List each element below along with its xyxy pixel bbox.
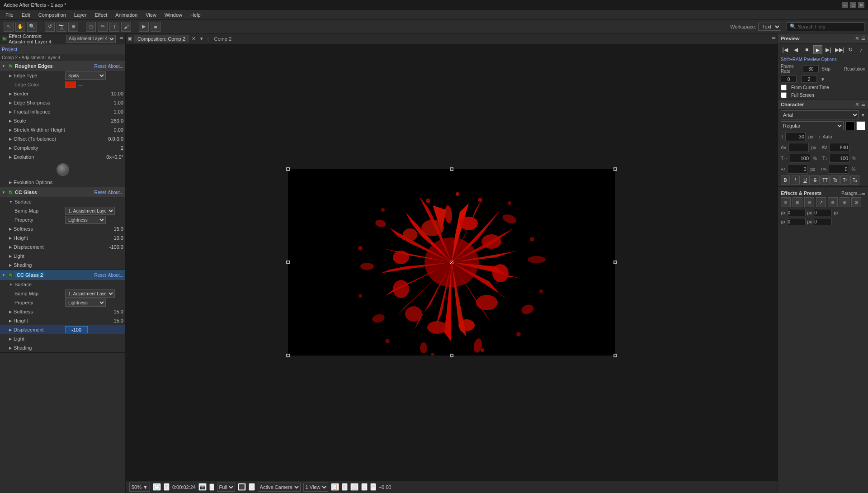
char-size-input[interactable]	[785, 132, 806, 141]
char-scale-v-input[interactable]	[829, 154, 849, 163]
comp-panel-menu[interactable]: ☰	[772, 36, 776, 41]
ram-preview-options-btn[interactable]: Shift+RAM Preview Options	[781, 57, 837, 62]
stretch-value[interactable]: 0.00	[114, 127, 123, 133]
evolution-value[interactable]: 0x+0.0°	[106, 154, 123, 160]
comp-view-select[interactable]: 1 View	[303, 483, 328, 492]
complexity-value[interactable]: 2	[121, 145, 123, 151]
char-fill-swatch[interactable]	[845, 121, 854, 130]
char-underline-btn[interactable]: U	[801, 175, 810, 185]
cc-glass-2-softness-value[interactable]: 15.0	[114, 309, 123, 314]
comp-breadcrumb[interactable]: Comp 2	[212, 35, 234, 43]
comp-snap-btn[interactable]: ⊞	[164, 483, 170, 491]
menu-effect[interactable]: Effect	[91, 11, 111, 19]
cc-glass-2-light-toggle[interactable]: ▶	[9, 337, 12, 341]
evolution-opts-toggle[interactable]: ▶	[9, 180, 12, 185]
ep-label[interactable]: Paragra...	[841, 191, 861, 196]
prev-audio-btn[interactable]: ♪	[857, 45, 866, 54]
ep-input-4[interactable]	[814, 218, 832, 225]
handle-bl[interactable]	[286, 354, 290, 357]
char-stroke-swatch[interactable]	[856, 121, 865, 130]
cc-glass-softness-value[interactable]: 15.0	[114, 226, 123, 232]
cc-glass-bump-select[interactable]: 1. Adjustment Layer 4	[65, 207, 115, 215]
prev-next-btn[interactable]: ▶|	[824, 45, 833, 54]
ep-icon-1[interactable]: ≡	[781, 197, 791, 207]
ep-input-3[interactable]	[788, 218, 806, 225]
handle-br[interactable]	[613, 354, 617, 357]
pan-tool[interactable]: ⊕	[68, 22, 78, 32]
char-bold-btn[interactable]: B	[781, 175, 790, 185]
handle-bm[interactable]	[450, 354, 453, 357]
cc-glass-2-disp-toggle[interactable]: ▶	[9, 328, 12, 332]
cc-glass-2-reset-btn[interactable]: Reset	[94, 273, 106, 278]
composition-viewport[interactable]	[126, 44, 778, 480]
rect-tool[interactable]: □	[86, 22, 96, 32]
cc-glass-prop-select[interactable]: Lightness	[65, 216, 106, 224]
stop-btn[interactable]: ■	[151, 22, 160, 32]
ec-tab-project[interactable]: Project	[2, 47, 17, 52]
cc-glass-height-value[interactable]: 10.0	[114, 235, 123, 241]
border-value[interactable]: 10.00	[111, 91, 123, 96]
evolution-dial[interactable]	[57, 163, 69, 176]
edge-type-toggle[interactable]: ▶	[9, 74, 12, 78]
ep-icon-2[interactable]: ⊞	[793, 197, 802, 207]
char-strikethrough-btn[interactable]: S	[811, 175, 820, 185]
cc-glass-2-toggle[interactable]: ▼	[2, 273, 5, 277]
cc-glass-disp-value[interactable]: -100.0	[109, 244, 123, 250]
preview-close-btn[interactable]: ✕	[855, 35, 859, 42]
cc-glass-2-height-toggle[interactable]: ▶	[9, 319, 12, 323]
roughen-edges-toggle[interactable]: ▼	[2, 64, 5, 68]
ep-icon-5[interactable]: ⊕	[828, 197, 838, 207]
edge-sharpness-value[interactable]: 1.00	[114, 100, 123, 105]
comp-tab-menu[interactable]: ▼	[199, 36, 204, 41]
cc-glass-2-bump-select[interactable]: 1. Adjustment Layer 4	[65, 289, 115, 298]
select-tool[interactable]: ↖	[4, 22, 14, 32]
rotate-tool[interactable]: ↺	[45, 22, 55, 32]
roughen-about-btn[interactable]: About...	[108, 64, 123, 69]
char-sub-btn[interactable]: T₂	[850, 175, 859, 185]
cc-glass-2-about-btn[interactable]: About...	[108, 273, 123, 278]
comp-safe-btn[interactable]: ⬜	[350, 483, 359, 491]
character-menu-btn[interactable]: ☰	[861, 102, 865, 107]
cc-glass-shading-toggle[interactable]: ▶	[9, 263, 12, 267]
comp-quality-select[interactable]: Full	[217, 483, 235, 492]
char-scale-h-input[interactable]	[790, 154, 810, 163]
comp-render-btn[interactable]: ⬛	[238, 483, 246, 491]
handle-tr[interactable]	[613, 167, 617, 171]
char-smallcaps-btn[interactable]: Ts	[830, 175, 840, 185]
menu-window[interactable]: Window	[161, 11, 186, 19]
cc-glass-height-toggle[interactable]: ▶	[9, 236, 12, 240]
cc-glass-reset-btn[interactable]: Reset	[94, 190, 106, 195]
menu-animation[interactable]: Animation	[112, 11, 141, 19]
brush-tool[interactable]: 🖌	[121, 22, 131, 32]
offset-toggle[interactable]: ▶	[9, 137, 12, 141]
prev-loop-btn[interactable]: ↻	[846, 45, 855, 54]
handle-tm[interactable]	[450, 167, 453, 171]
char-super-btn[interactable]: T²	[840, 175, 849, 185]
effect-layer-select[interactable]: Adjustment Layer 4	[66, 35, 116, 43]
cam-tool[interactable]: 📷	[57, 22, 66, 32]
comp-tab[interactable]: Composition: Comp 2	[134, 35, 189, 43]
cc-glass-2-height-value[interactable]: 15.0	[114, 318, 123, 323]
ep-menu-btn[interactable]: ☰	[861, 191, 865, 196]
comp-camera-select[interactable]: Active Camera	[258, 483, 301, 492]
comp-3d-btn[interactable]: ⬡	[249, 483, 255, 491]
cc-glass-about-btn[interactable]: About...	[108, 190, 123, 195]
char-caps-btn[interactable]: TT	[821, 175, 830, 185]
prev-play-btn[interactable]: ▶	[813, 45, 822, 54]
maximize-btn[interactable]: □	[850, 2, 856, 8]
character-close-btn[interactable]: ✕	[855, 101, 859, 108]
ep-icon-3[interactable]: ⊟	[804, 197, 814, 207]
char-baseline-input[interactable]	[788, 165, 808, 174]
handle-tl[interactable]	[286, 167, 290, 171]
menu-edit[interactable]: Edit	[18, 11, 34, 19]
scale-toggle[interactable]: ▶	[9, 119, 12, 123]
prev-back-btn[interactable]: ◀	[792, 45, 801, 54]
menu-layer[interactable]: Layer	[71, 11, 90, 19]
preview-menu-btn[interactable]: ☰	[861, 36, 865, 41]
handle-mr[interactable]	[613, 261, 617, 264]
cc-glass-disp-toggle[interactable]: ▶	[9, 245, 12, 249]
hand-tool[interactable]: ✋	[15, 22, 25, 32]
menu-composition[interactable]: Composition	[35, 11, 70, 19]
char-italic-btn[interactable]: I	[791, 175, 800, 185]
ep-icon-6[interactable]: ⊗	[840, 197, 849, 207]
